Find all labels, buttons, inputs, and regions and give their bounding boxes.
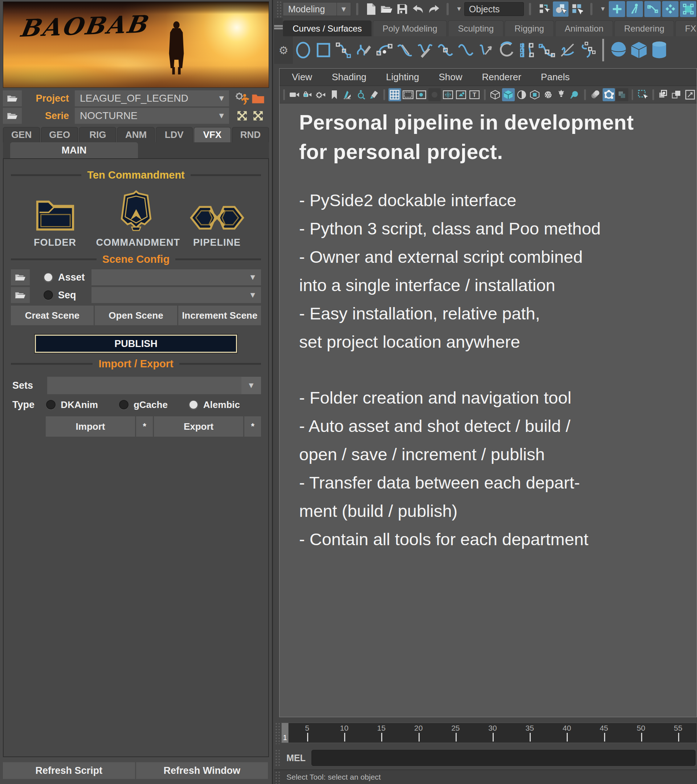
snap-to-points-icon[interactable] xyxy=(626,1,643,17)
curve-tool-icon[interactable] xyxy=(395,39,415,61)
shelf-tab-sculpting[interactable]: Sculpting xyxy=(448,20,504,36)
viewport-canvas[interactable]: Personal pipeline in development for per… xyxy=(280,104,697,717)
menu-view[interactable]: View xyxy=(292,71,312,83)
xray-active-icon[interactable] xyxy=(684,88,697,101)
ep-curve-tool-icon[interactable] xyxy=(374,39,395,61)
shelf-tab-curves-surfaces[interactable]: Curves / Surfaces xyxy=(283,20,372,36)
pipeline-tool-button[interactable] xyxy=(177,202,257,233)
folder-tool-button[interactable] xyxy=(15,196,95,233)
menu-lighting[interactable]: Lighting xyxy=(386,71,419,83)
textured-icon[interactable] xyxy=(529,88,541,101)
save-scene-icon[interactable] xyxy=(395,2,409,16)
menu-set-arrow[interactable]: ▼ xyxy=(337,2,351,16)
shelf-tab-rendering[interactable]: Rendering xyxy=(614,20,674,36)
isolate-select-icon[interactable] xyxy=(616,88,628,101)
pan-zoom-icon[interactable] xyxy=(354,88,367,101)
shelf-tab-rigging[interactable]: Rigging xyxy=(504,20,554,36)
shelf-tab-animation[interactable]: Animation xyxy=(555,20,613,36)
new-scene-icon[interactable] xyxy=(364,2,378,16)
chevron-down-icon[interactable]: ▼ xyxy=(456,5,462,13)
shelf-tab-fx[interactable]: FX xyxy=(675,20,697,36)
tab-rnd[interactable]: RND xyxy=(232,127,269,142)
import-button[interactable]: Import xyxy=(46,416,135,436)
import-options-button[interactable]: * xyxy=(136,416,153,436)
tab-geo[interactable]: GEO xyxy=(41,127,78,142)
expand-arrows-icon[interactable] xyxy=(251,109,265,123)
select-camera-icon[interactable] xyxy=(288,88,301,101)
make-live-icon[interactable] xyxy=(680,1,696,17)
selection-mask-dropdown[interactable]: Objects xyxy=(464,2,524,16)
asset-folder-button[interactable] xyxy=(11,269,30,285)
select-hierarchy-icon[interactable] xyxy=(537,2,552,17)
align-curve-icon[interactable] xyxy=(557,39,578,61)
sets-combo[interactable]: ▼ xyxy=(47,377,261,394)
resolution-gate-icon[interactable] xyxy=(415,88,428,101)
wireframe-icon[interactable] xyxy=(489,88,502,101)
shelf-gear-icon[interactable]: ⚙ xyxy=(274,36,293,64)
mel-label[interactable]: MEL xyxy=(287,753,306,763)
commandment-tool-button[interactable] xyxy=(96,189,176,233)
image-plane-icon[interactable] xyxy=(341,88,354,101)
xray-icon[interactable] xyxy=(657,88,670,101)
help-line-grip[interactable] xyxy=(274,770,280,784)
film-gate-icon[interactable] xyxy=(402,88,415,101)
dkanim-radio[interactable] xyxy=(46,400,56,409)
redo-icon[interactable] xyxy=(427,2,441,16)
snap-diamond-icon[interactable] xyxy=(662,1,679,17)
field-chart-icon[interactable] xyxy=(442,88,454,101)
tab-main[interactable]: MAIN xyxy=(10,142,138,158)
tab-vfx[interactable]: VFX xyxy=(194,127,231,142)
camera-attributes-icon[interactable] xyxy=(315,88,328,101)
shelf-tab-poly-modeling[interactable]: Poly Modeling xyxy=(373,20,447,36)
run-script-icon[interactable] xyxy=(235,91,249,105)
select-component-icon[interactable] xyxy=(569,2,585,17)
rebuild-curve-icon[interactable] xyxy=(578,39,598,61)
safe-action-icon[interactable] xyxy=(455,88,468,101)
menu-show[interactable]: Show xyxy=(438,71,462,83)
curve-point-tool-icon[interactable] xyxy=(435,39,456,61)
seq-combo[interactable]: ▼ xyxy=(91,287,261,303)
pencil-curve-tool-icon[interactable] xyxy=(354,39,374,61)
motion-blur-icon[interactable] xyxy=(589,88,602,101)
seq-radio[interactable] xyxy=(44,290,53,300)
tab-gen[interactable]: GEN xyxy=(3,127,40,142)
sine-curve-icon[interactable] xyxy=(456,39,476,61)
serie-folder-button[interactable] xyxy=(3,108,22,124)
export-options-button[interactable]: * xyxy=(244,416,261,436)
menu-set-dropdown[interactable]: Modeling xyxy=(283,2,337,16)
time-ruler[interactable]: 5 10 15 20 25 30 35 40 45 50 55 xyxy=(288,723,697,743)
tab-ldv[interactable]: LDV xyxy=(156,127,193,142)
wireframe-on-shaded-icon[interactable] xyxy=(516,88,528,101)
export-button[interactable]: Export xyxy=(154,416,243,436)
time-slider-grip[interactable] xyxy=(274,721,280,744)
open-scene-button[interactable]: Open Scene xyxy=(95,306,178,325)
arc-tool-icon[interactable] xyxy=(496,39,517,61)
expand-arrows-icon[interactable] xyxy=(235,109,249,123)
cut-curve-tool-icon[interactable] xyxy=(415,39,435,61)
use-all-lights-icon[interactable] xyxy=(542,88,555,101)
safe-title-icon[interactable]: T xyxy=(468,88,481,101)
menu-shading[interactable]: Shading xyxy=(332,71,366,83)
chevron-down-icon[interactable]: ▼ xyxy=(600,5,606,13)
shadows-icon[interactable] xyxy=(555,88,568,101)
project-folder-button[interactable] xyxy=(3,91,22,106)
command-line-grip[interactable] xyxy=(274,748,280,767)
multisample-aa-icon[interactable] xyxy=(603,88,615,101)
undo-icon[interactable] xyxy=(411,2,425,16)
increment-scene-button[interactable]: Increment Scene xyxy=(178,306,261,325)
lock-camera-icon[interactable] xyxy=(301,88,314,101)
alembic-radio[interactable] xyxy=(189,400,198,409)
screen-space-ao-icon[interactable] xyxy=(568,88,581,101)
selection-highlight-icon[interactable] xyxy=(636,88,649,101)
type-option-dkanim[interactable]: DKAnim xyxy=(46,399,98,410)
bookmark-icon[interactable] xyxy=(328,88,341,101)
curve-edit-icon[interactable] xyxy=(537,39,557,61)
current-frame-indicator[interactable]: 1 xyxy=(281,723,288,743)
extend-curve-icon[interactable] xyxy=(476,39,496,61)
nurbs-circle-icon[interactable] xyxy=(293,39,313,61)
snap-to-curves-icon[interactable] xyxy=(644,1,661,17)
mel-input[interactable] xyxy=(311,750,695,766)
menu-panels[interactable]: Panels xyxy=(541,71,570,83)
tab-rig[interactable]: RIG xyxy=(79,127,116,142)
cv-curve-tool-icon[interactable] xyxy=(334,39,354,61)
